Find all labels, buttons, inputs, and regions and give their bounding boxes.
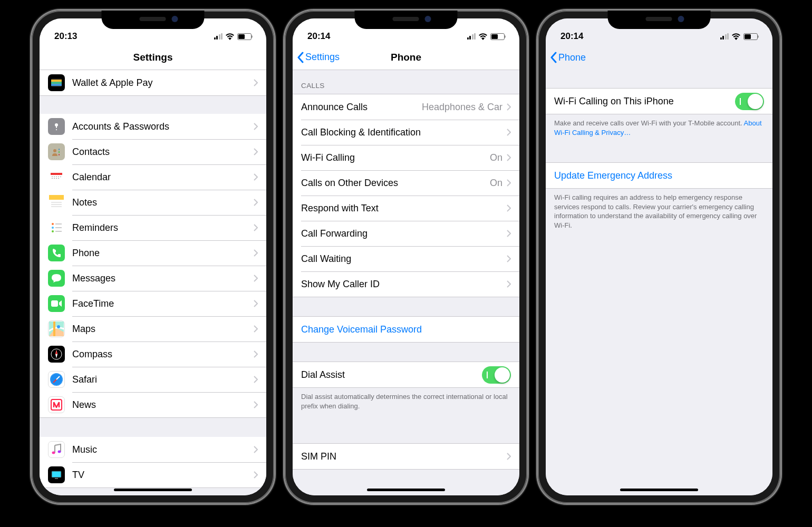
settings-row-reminders[interactable]: Reminders: [40, 215, 266, 240]
settings-row-news[interactable]: News: [40, 392, 266, 417]
group-header-calls: CALLS: [293, 77, 519, 94]
change-voicemail-password[interactable]: Change Voicemail Password: [293, 317, 519, 342]
calendar-icon: [48, 169, 65, 186]
notes-icon: [48, 194, 65, 211]
settings-row-wi-fi-calling[interactable]: Wi-Fi CallingOn: [293, 145, 519, 170]
chevron-right-icon: [254, 123, 258, 130]
battery-icon: [490, 33, 505, 40]
svg-point-30: [52, 230, 54, 232]
facetime-icon: [48, 295, 65, 312]
settings-row-safari[interactable]: Safari: [40, 367, 266, 392]
chevron-right-icon: [254, 471, 258, 479]
chevron-right-icon: [507, 230, 511, 237]
row-label: Accounts & Passwords: [72, 121, 254, 132]
battery-icon: [743, 33, 758, 40]
cell-signal-icon: [720, 33, 729, 40]
clock: 20:14: [307, 31, 330, 42]
chevron-right-icon: [254, 446, 258, 453]
update-emergency-address[interactable]: Update Emergency Address: [546, 163, 772, 188]
back-button[interactable]: Phone: [550, 45, 586, 70]
row-detail: Headphones & Car: [422, 102, 502, 113]
settings-row-tv[interactable]: TV: [40, 462, 266, 487]
chevron-right-icon: [507, 179, 511, 187]
home-indicator[interactable]: [620, 489, 698, 491]
settings-row-calendar[interactable]: Calendar: [40, 164, 266, 190]
svg-rect-41: [52, 471, 61, 477]
chevron-right-icon: [254, 199, 258, 206]
settings-row-notes[interactable]: Notes: [40, 190, 266, 215]
svg-rect-1: [51, 80, 62, 82]
wifi-calling-toggle[interactable]: [735, 93, 764, 110]
chevron-right-icon: [254, 350, 258, 358]
row-label: Change Voicemail Password: [301, 324, 511, 335]
row-label: Respond with Text: [301, 203, 507, 214]
row-label: News: [72, 399, 254, 411]
svg-rect-27: [55, 223, 62, 225]
nav-bar: Settings Phone: [293, 45, 519, 70]
settings-row-call-waiting[interactable]: Call Waiting: [293, 246, 519, 271]
wifi-icon: [478, 33, 488, 40]
settings-row-wallet[interactable]: Wallet & Apple Pay: [40, 70, 266, 95]
music-icon: [48, 441, 65, 458]
chevron-right-icon: [507, 103, 511, 111]
back-button[interactable]: Settings: [297, 45, 340, 70]
reminders-icon: [48, 219, 65, 236]
settings-row-contacts[interactable]: Contacts: [40, 139, 266, 164]
emergency-footer: Wi-Fi calling requires an address to hel…: [546, 189, 772, 234]
svg-rect-11: [51, 173, 62, 174]
svg-rect-8: [59, 149, 60, 150]
settings-row-facetime[interactable]: FaceTime: [40, 291, 266, 316]
settings-row-music[interactable]: Music: [40, 437, 266, 462]
svg-point-7: [53, 149, 56, 152]
battery-icon: [237, 33, 252, 40]
chevron-right-icon: [254, 275, 258, 282]
chevron-right-icon: [254, 376, 258, 383]
cell-signal-icon: [214, 33, 223, 40]
phone-icon: [48, 245, 65, 261]
row-label: Maps: [72, 324, 254, 335]
chevron-right-icon: [254, 325, 258, 333]
chevron-right-icon: [507, 280, 511, 288]
svg-point-40: [58, 451, 61, 453]
settings-row-show-my-caller-id[interactable]: Show My Caller ID: [293, 271, 519, 297]
home-indicator[interactable]: [367, 489, 445, 491]
settings-row-respond-with-text[interactable]: Respond with Text: [293, 196, 519, 221]
settings-row-maps[interactable]: Maps: [40, 316, 266, 341]
chevron-right-icon: [507, 154, 511, 161]
row-label: Notes: [72, 197, 254, 208]
sim-pin-row[interactable]: SIM PIN: [293, 444, 519, 469]
svg-rect-17: [60, 177, 61, 177]
svg-rect-31: [55, 231, 62, 232]
dial-assist-toggle[interactable]: [482, 366, 511, 384]
row-label: Call Forwarding: [301, 228, 507, 239]
row-label: SIM PIN: [301, 451, 507, 462]
dial-assist-row[interactable]: Dial Assist: [293, 362, 519, 387]
chevron-right-icon: [254, 79, 258, 86]
svg-rect-2: [51, 82, 62, 84]
settings-row-accounts[interactable]: Accounts & Passwords: [40, 114, 266, 139]
settings-row-calls-on-other-devices[interactable]: Calls on Other DevicesOn: [293, 170, 519, 196]
compass-icon: [48, 346, 65, 363]
settings-row-announce-calls[interactable]: Announce CallsHeadphones & Car: [293, 94, 519, 120]
settings-row-compass[interactable]: Compass: [40, 341, 266, 367]
settings-row-call-forwarding[interactable]: Call Forwarding: [293, 221, 519, 246]
home-indicator[interactable]: [114, 489, 192, 491]
wifi-icon: [731, 33, 741, 40]
row-label: Music: [72, 444, 254, 455]
settings-list[interactable]: Wallet & Apple Pay Accounts & PasswordsC…: [40, 70, 266, 495]
wifi-calling-list[interactable]: Wi-Fi Calling on This iPhone Make and re…: [546, 70, 772, 495]
row-label: Contacts: [72, 147, 254, 158]
iphone-frame-3: 20:14 Phone Wi-Fi Calling on This iPhone: [538, 11, 780, 503]
settings-row-call-blocking-identification[interactable]: Call Blocking & Identification: [293, 120, 519, 145]
settings-row-messages[interactable]: Messages: [40, 266, 266, 291]
svg-rect-13: [52, 177, 53, 177]
svg-rect-16: [58, 177, 59, 177]
settings-row-phone[interactable]: Phone: [40, 240, 266, 266]
chevron-right-icon: [254, 249, 258, 257]
phone-settings-list[interactable]: CALLS Announce CallsHeadphones & CarCall…: [293, 70, 519, 495]
svg-point-39: [52, 452, 55, 454]
chevron-left-icon: [297, 52, 304, 63]
chevron-right-icon: [254, 300, 258, 307]
wifi-calling-toggle-row[interactable]: Wi-Fi Calling on This iPhone: [546, 89, 772, 114]
chevron-right-icon: [507, 129, 511, 136]
